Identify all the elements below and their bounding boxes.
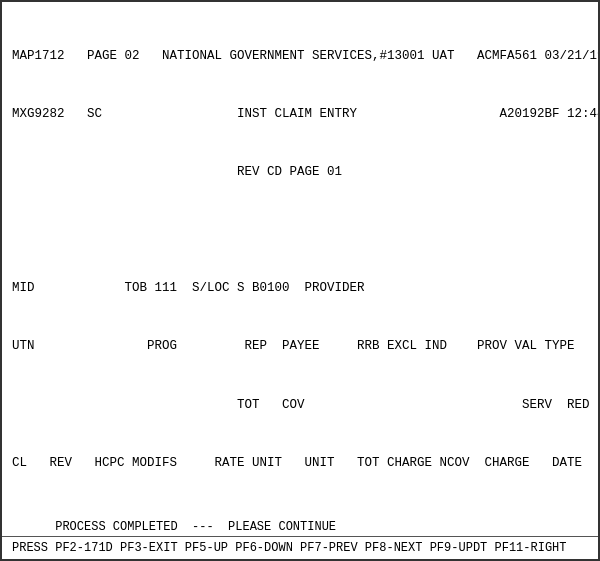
header-line2: MXG9282 SC INST CLAIM ENTRY A20192BF 12:… bbox=[12, 105, 588, 124]
label-row2: UTN PROG REP PAYEE RRB EXCL IND PROV VAL… bbox=[12, 337, 588, 356]
process-status: PROCESS COMPLETED --- PLEASE CONTINUE bbox=[2, 518, 598, 536]
label-row4: CL REV HCPC MODIFS RATE UNIT UNIT TOT CH… bbox=[12, 454, 588, 473]
label-row3: TOT COV SERV RED bbox=[12, 396, 588, 415]
main-content: MAP1712 PAGE 02 NATIONAL GOVERNMENT SERV… bbox=[2, 2, 598, 518]
function-key-bar: PRESS PF2-171D PF3-EXIT PF5-UP PF6-DOWN … bbox=[2, 536, 598, 559]
label-row1: MID TOB 111 S/LOC S B0100 PROVIDER bbox=[12, 279, 588, 298]
terminal-screen: MAP1712 PAGE 02 NATIONAL GOVERNMENT SERV… bbox=[0, 0, 600, 561]
header-line1: MAP1712 PAGE 02 NATIONAL GOVERNMENT SERV… bbox=[12, 47, 588, 66]
header-line3: REV CD PAGE 01 bbox=[12, 163, 588, 182]
